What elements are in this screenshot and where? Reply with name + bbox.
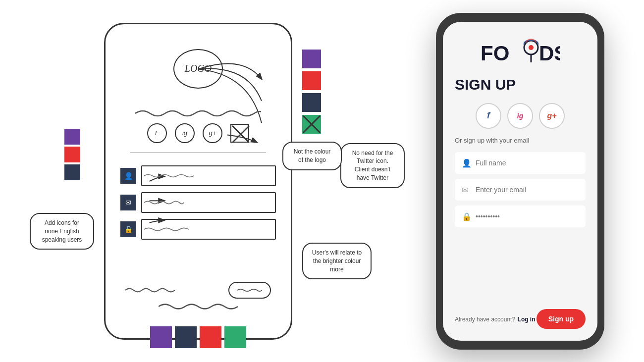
swatch-purple-bottom: [150, 326, 172, 348]
swatch-purple-right: [302, 50, 321, 68]
email-wrapper: ✉: [455, 179, 586, 201]
social-buttons-row[interactable]: f ig g+: [476, 103, 565, 129]
bottom-row: Already have account? Log in Sign up: [455, 309, 586, 329]
color-swatches-left: [64, 129, 80, 180]
swatch-navy-right: [302, 93, 321, 112]
wireframe-name-field: [141, 165, 276, 186]
lock-icon-field: 🔒: [462, 211, 472, 221]
input-group: 👤 ✉ 🔒: [455, 152, 586, 227]
wireframe-facebook-icon: F: [147, 123, 167, 143]
phone-mockup-panel: FO DS SIGN UP f: [406, 0, 634, 362]
signup-button[interactable]: Sign up: [537, 309, 586, 329]
instagram-button[interactable]: ig: [507, 103, 533, 129]
login-link[interactable]: Log in: [518, 316, 536, 323]
swatch-red-right: [302, 71, 321, 90]
swatch-navy-left: [64, 164, 80, 180]
svg-text:DS: DS: [539, 42, 560, 65]
wireframe-email-icon: ✉: [120, 195, 136, 210]
already-account-text: Already have account? Log in: [455, 314, 536, 323]
wireframe-socials: F ig g+: [147, 123, 249, 143]
wireframe-google-icon: g+: [203, 123, 222, 143]
wireframe-password-field: [141, 219, 276, 240]
svg-point-6: [529, 45, 534, 50]
facebook-button[interactable]: f: [476, 103, 501, 129]
wireframe-bottom-squiggle: [125, 285, 175, 295]
person-icon: 👤: [462, 158, 472, 167]
fullname-input[interactable]: [455, 152, 586, 174]
wireframe-inputs-section: 👤 ✉ 🔒: [120, 165, 276, 240]
swatch-red-left: [64, 147, 80, 162]
phone-screen: FO DS SIGN UP f: [443, 22, 597, 341]
swatch-navy-bottom: [175, 326, 197, 348]
wireframe-bottom-row: [125, 282, 271, 299]
foods-logo: FO DS: [481, 37, 560, 66]
google-button[interactable]: g+: [539, 103, 565, 129]
password-wrapper: 🔒: [455, 206, 586, 227]
wireframe-email-field: [141, 192, 276, 213]
fullname-wrapper: 👤: [455, 152, 586, 174]
sign-up-title: SIGN UP: [455, 76, 516, 93]
swatch-red-bottom: [200, 326, 221, 348]
wireframe-instagram-icon: ig: [175, 123, 195, 143]
color-swatches-right: Not the colour of the logo: [302, 50, 362, 170]
bubble-icons: Add icons for none English speaking user…: [30, 213, 94, 250]
bubble-logo-colour: Not the colour of the logo: [282, 142, 342, 170]
wavy-line-1: [135, 108, 261, 118]
wireframe-logo: LOGO: [173, 49, 223, 89]
svg-text:FO: FO: [481, 42, 509, 65]
wireframe-btn: [228, 282, 271, 299]
divider-line: [130, 152, 266, 153]
wireframe-bottom-squiggle-big: [159, 301, 238, 314]
password-input[interactable]: [455, 206, 586, 227]
foods-logo-svg: FO DS: [481, 37, 560, 66]
email-icon-field: ✉: [462, 185, 468, 194]
wireframe-lock-icon: 🔒: [120, 221, 136, 237]
phone-wireframe: LOGO F ig g+ 👤: [104, 23, 292, 340]
swatch-purple-left: [64, 129, 80, 145]
wireframe-panel: LOGO F ig g+ 👤: [10, 0, 386, 362]
color-swatches-bottom: [150, 326, 246, 348]
email-input[interactable]: [455, 179, 586, 201]
wireframe-twitter-crossed: [230, 124, 249, 143]
wireframe-person-icon: 👤: [120, 168, 136, 184]
swatch-green-bottom: [224, 326, 246, 348]
swatch-green-crossed: [302, 115, 321, 134]
or-email-text: Or sign up with your email: [455, 137, 529, 144]
phone-device: FO DS SIGN UP f: [436, 13, 604, 350]
bubble-brighter: User's will relate to the brighter colou…: [302, 243, 372, 279]
